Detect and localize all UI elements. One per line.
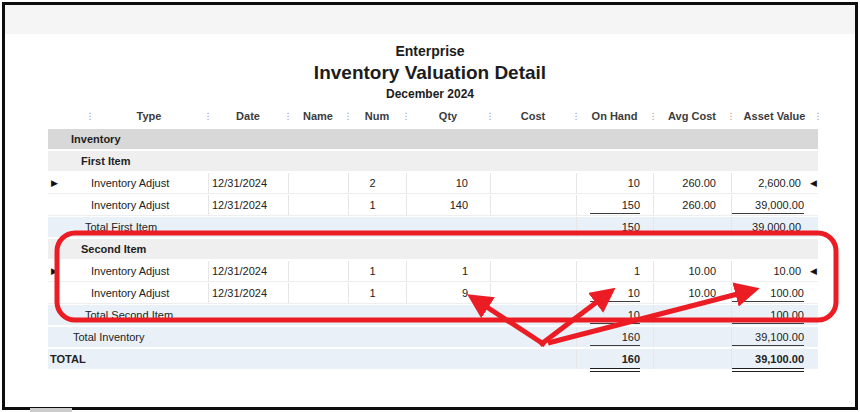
cell-avg-cost bbox=[653, 305, 731, 325]
table-row-transaction[interactable]: Inventory Adjust12/31/20241140150260.003… bbox=[48, 195, 818, 215]
cell-cost bbox=[490, 195, 576, 215]
cell-avg-cost bbox=[653, 327, 731, 347]
column-header-name[interactable]: Name bbox=[288, 106, 348, 126]
cell-type: Inventory Adjust bbox=[90, 195, 208, 215]
bottom-edge-fragment bbox=[30, 408, 72, 412]
column-header-cost[interactable]: Cost bbox=[490, 106, 576, 126]
row-pointer-end-icon: ◀ bbox=[810, 261, 817, 281]
cell-qty: 1 bbox=[406, 261, 490, 281]
cell-qty: 10 bbox=[406, 173, 490, 193]
cell-avg-cost bbox=[653, 349, 731, 369]
cell-avg-cost bbox=[653, 239, 731, 259]
cell-on-hand: 10 bbox=[576, 173, 653, 193]
on-hand-total: 160 bbox=[590, 353, 640, 372]
report-header: Enterprise Inventory Valuation Detail De… bbox=[5, 41, 855, 103]
cell-type: Inventory Adjust bbox=[90, 261, 208, 281]
cell-asset-value: 39,100.00 bbox=[731, 349, 818, 369]
cell-on-hand bbox=[576, 239, 653, 259]
cell-name bbox=[288, 261, 348, 281]
asset-value-total: 39,000.00 bbox=[752, 221, 801, 233]
cell-avg-cost bbox=[653, 129, 731, 149]
column-header-num[interactable]: Num bbox=[348, 106, 406, 126]
column-header-onhand[interactable]: On Hand bbox=[576, 106, 653, 126]
column-header-date[interactable]: Date bbox=[208, 106, 288, 126]
cell-avg-cost: 260.00 bbox=[653, 173, 731, 193]
cell-asset-value bbox=[731, 239, 818, 259]
table-body: InventoryFirst Item▶Inventory Adjust12/3… bbox=[48, 129, 818, 369]
table-row-total1: Total Inventory16039,100.00 bbox=[48, 327, 818, 347]
cell-date: 12/31/2024 bbox=[208, 195, 288, 215]
report-window: Enterprise Inventory Valuation Detail De… bbox=[2, 2, 858, 410]
cell-avg-cost bbox=[653, 217, 731, 237]
column-header-assetvalue[interactable]: Asset Value bbox=[731, 106, 818, 126]
row-pointer-icon: ▶ bbox=[48, 173, 90, 193]
asset-value-total: 39,100.00 bbox=[732, 330, 804, 346]
table-row-section2: Second Item bbox=[48, 239, 818, 259]
table-row-transaction[interactable]: Inventory Adjust12/31/2024191010.00100.0… bbox=[48, 283, 818, 303]
cell-type: Inventory Adjust bbox=[90, 283, 208, 303]
on-hand-value: 150 bbox=[590, 198, 640, 214]
cell-asset-value: 100.00 bbox=[731, 305, 818, 325]
cell-on-hand: 10 bbox=[576, 283, 653, 303]
cell-name bbox=[288, 173, 348, 193]
row-pointer-icon: ▶ bbox=[48, 261, 90, 281]
cell-on-hand: 150 bbox=[576, 195, 653, 215]
row-pointer-end-icon: ◀ bbox=[810, 173, 817, 193]
row-label: First Item bbox=[48, 151, 576, 171]
cell-on-hand: 160 bbox=[576, 349, 653, 369]
cell-cost bbox=[490, 283, 576, 303]
asset-value: 39,000.00 bbox=[732, 198, 804, 214]
cell-asset-value: 39,100.00 bbox=[731, 327, 818, 347]
cell-num: 2 bbox=[348, 173, 406, 193]
cell-num: 1 bbox=[348, 261, 406, 281]
cell-avg-cost: 10.00 bbox=[653, 283, 731, 303]
cell-asset-value: 2,600.00◀ bbox=[731, 173, 818, 193]
column-header-type[interactable]: Type bbox=[90, 106, 208, 126]
cell-asset-value: 39,000.00 bbox=[731, 195, 818, 215]
row-pointer-icon bbox=[48, 283, 90, 303]
row-pointer-icon bbox=[48, 195, 90, 215]
cell-on-hand: 160 bbox=[576, 327, 653, 347]
asset-value-total: 39,100.00 bbox=[732, 353, 804, 372]
cell-on-hand: 10 bbox=[576, 305, 653, 325]
report-title: Inventory Valuation Detail bbox=[5, 61, 855, 85]
table-row-total2: Total Second Item10100.00 bbox=[48, 305, 818, 325]
cell-qty: 9 bbox=[406, 283, 490, 303]
column-header-row: ⋮Type⋮Date⋮Name⋮Num⋮Qty⋮Cost⋮On Hand⋮Avg… bbox=[48, 106, 818, 126]
cell-name bbox=[288, 283, 348, 303]
on-hand-value: 1 bbox=[634, 265, 640, 277]
cell-asset-value: 39,000.00 bbox=[731, 217, 818, 237]
cell-date: 12/31/2024 bbox=[208, 173, 288, 193]
column-header-avgcost[interactable]: Avg Cost bbox=[653, 106, 731, 126]
cell-date: 12/31/2024 bbox=[208, 283, 288, 303]
on-hand-value: 10 bbox=[628, 177, 640, 189]
table-row-section2: First Item bbox=[48, 151, 818, 171]
row-label: Total Second Item bbox=[48, 305, 576, 325]
asset-value-total: 100.00 bbox=[732, 308, 804, 324]
cell-asset-value bbox=[731, 129, 818, 149]
row-label: Total Inventory bbox=[48, 327, 576, 347]
on-hand-total: 150 bbox=[622, 221, 640, 233]
table-row-section1: Inventory bbox=[48, 129, 818, 149]
inventory-valuation-table: ⋮Type⋮Date⋮Name⋮Num⋮Qty⋮Cost⋮On Hand⋮Avg… bbox=[48, 106, 818, 371]
cell-num: 1 bbox=[348, 195, 406, 215]
row-label: TOTAL bbox=[48, 349, 576, 369]
column-header-qty[interactable]: Qty bbox=[406, 106, 490, 126]
cell-num: 1 bbox=[348, 283, 406, 303]
asset-value: 2,600.00 bbox=[758, 177, 801, 189]
cell-asset-value: 10.00◀ bbox=[731, 261, 818, 281]
table-row-transaction[interactable]: ▶Inventory Adjust12/31/202411110.0010.00… bbox=[48, 261, 818, 281]
on-hand-total: 160 bbox=[590, 330, 640, 346]
cell-on-hand: 150 bbox=[576, 217, 653, 237]
window-top-strip bbox=[5, 5, 855, 34]
cell-date: 12/31/2024 bbox=[208, 261, 288, 281]
cell-on-hand bbox=[576, 129, 653, 149]
table-row-total2: Total First Item15039,000.00 bbox=[48, 217, 818, 237]
asset-value: 100.00 bbox=[732, 286, 804, 302]
cell-type: Inventory Adjust bbox=[90, 173, 208, 193]
cell-on-hand: 1 bbox=[576, 261, 653, 281]
cell-cost bbox=[490, 173, 576, 193]
asset-value: 10.00 bbox=[773, 265, 801, 277]
table-row-transaction[interactable]: ▶Inventory Adjust12/31/202421010260.002,… bbox=[48, 173, 818, 193]
cell-on-hand bbox=[576, 151, 653, 171]
